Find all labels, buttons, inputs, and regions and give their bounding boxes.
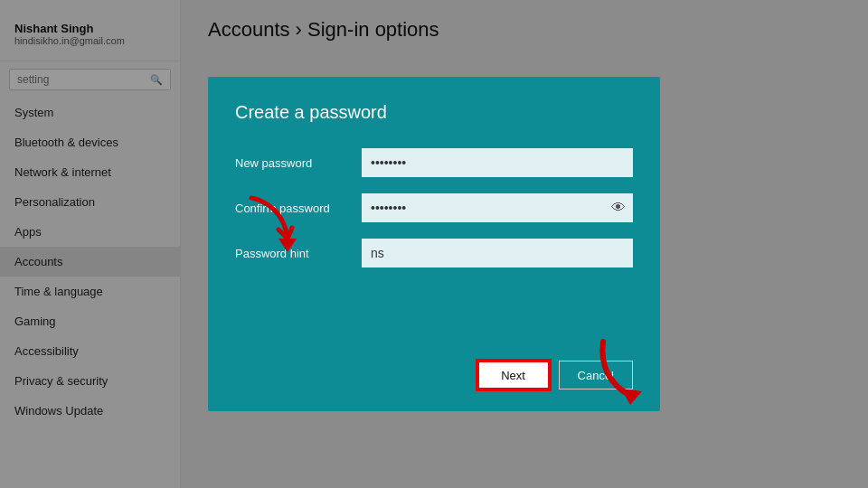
next-button[interactable]: Next bbox=[477, 361, 550, 389]
show-password-icon[interactable]: 👁 bbox=[611, 200, 626, 216]
password-hint-wrapper bbox=[362, 239, 633, 267]
confirm-password-input[interactable] bbox=[362, 193, 633, 222]
confirm-password-label: Confirm password bbox=[235, 202, 362, 215]
cancel-button[interactable]: Cancel bbox=[559, 361, 633, 389]
dialog-footer: Next Cancel bbox=[235, 324, 633, 389]
new-password-wrapper bbox=[362, 148, 633, 177]
password-hint-input[interactable] bbox=[362, 239, 633, 267]
password-hint-group: Password hint bbox=[235, 239, 633, 267]
new-password-group: New password bbox=[235, 148, 633, 177]
new-password-label: New password bbox=[235, 156, 362, 170]
new-password-input[interactable] bbox=[362, 148, 633, 177]
confirm-password-wrapper: 👁 bbox=[362, 193, 633, 222]
password-hint-label: Password hint bbox=[235, 247, 362, 260]
create-password-dialog: Create a password New password Confirm p… bbox=[208, 77, 660, 411]
confirm-password-group: Confirm password 👁 bbox=[235, 193, 633, 222]
modal-overlay: Create a password New password Confirm p… bbox=[0, 0, 868, 488]
dialog-title: Create a password bbox=[235, 102, 633, 123]
